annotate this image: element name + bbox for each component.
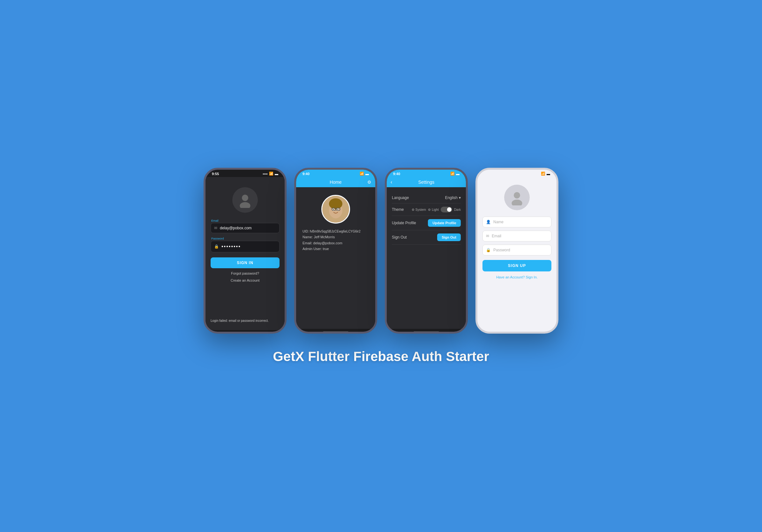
svg-point-8 [337, 209, 338, 210]
name-placeholder: Name [493, 220, 503, 224]
user-info: UID: fvBm9IvSqgSBJzCEwg6eLCYG6ir2 Name: … [302, 229, 369, 252]
signup-button[interactable]: SIGN UP [483, 260, 551, 271]
sign-out-label: Sign Out [392, 235, 407, 239]
settings-title: Settings [418, 179, 435, 185]
language-row: Language English ▾ [392, 192, 461, 204]
user-photo [322, 196, 349, 223]
back-button[interactable]: ‹ [391, 179, 392, 185]
status-bar-2: 9:40 📶 ▬ [296, 170, 375, 177]
time-2: 9:40 [302, 172, 310, 176]
chevron-down-icon: ▾ [459, 195, 461, 200]
dark-mode-toggle[interactable] [441, 207, 452, 212]
error-message: Login failed: email or password incorrec… [211, 319, 279, 322]
name-text: Name: Jeff McMorris [302, 234, 369, 240]
time-3: 9:40 [393, 172, 400, 176]
email-field[interactable]: ✉ delay@pobox.com [211, 223, 279, 233]
user-icon [237, 192, 253, 208]
battery-icon-3: ▬ [456, 172, 460, 176]
wifi-icon-4: 📶 [541, 171, 545, 176]
phone-settings: 9:40 📶 ▬ ‹ Settings Language English ▾ [385, 168, 468, 334]
password-label: Password [211, 237, 279, 240]
password-group: Password 🔒 •••••••• [211, 237, 279, 252]
language-value: English [445, 195, 458, 200]
lock-icon-signup: 🔒 [486, 248, 491, 252]
password-field[interactable]: 🔒 •••••••• [211, 241, 279, 252]
phone-signup: 📶 ▬ 👤 Name ✉ Email [476, 168, 559, 334]
settings-content: Language English ▾ Theme ⚙ System ⚙ Ligh… [387, 187, 466, 329]
password-field-signup[interactable]: 🔒 Password [483, 245, 551, 255]
svg-point-4 [329, 198, 343, 209]
home-bar-4 [504, 333, 530, 334]
phone-login: 9:55 ▪▪▪▪ 📶 ▬ Email ✉ delay@pobo [203, 168, 286, 334]
password-placeholder: Password [493, 248, 510, 252]
theme-system-option[interactable]: ⚙ System [412, 208, 426, 212]
system-label: System [416, 208, 426, 212]
language-selector[interactable]: English ▾ [445, 195, 461, 200]
avatar-dark [232, 187, 258, 213]
light-label: Light [432, 208, 439, 212]
sign-out-row: Sign Out Sign Out [392, 230, 461, 245]
email-icon: ✉ [214, 226, 217, 230]
password-dots: •••••••• [221, 244, 241, 249]
toggle-knob [447, 207, 451, 212]
light-icon: ⚙ [428, 208, 431, 212]
language-label: Language [392, 195, 409, 200]
email-icon-signup: ✉ [486, 234, 489, 238]
page-title: GetX Flutter Firebase Auth Starter [273, 349, 489, 364]
admin-text: Admin User: true [302, 246, 369, 252]
status-bar-3: 9:40 📶 ▬ [387, 170, 466, 177]
update-profile-row: Update Profile Update Profile [392, 216, 461, 230]
wifi-icon: 📶 [269, 171, 273, 176]
svg-point-0 [242, 195, 248, 201]
theme-dark-option[interactable]: Dark [454, 208, 461, 212]
home-title: Home [330, 179, 342, 185]
uid-text: UID: fvBm9IvSqgSBJzCEwg6eLCYG6ir2 [302, 229, 369, 234]
time-1: 9:55 [212, 172, 219, 176]
signin-button[interactable]: SIGN IN [211, 257, 279, 268]
forgot-password-link[interactable]: Forgot password? [231, 271, 259, 275]
lock-icon: 🔒 [214, 244, 219, 249]
name-field[interactable]: 👤 Name [483, 217, 551, 228]
app-bar-home: Home ⚙ [296, 177, 375, 187]
theme-light-option[interactable]: ⚙ Light [428, 208, 439, 212]
status-icons-4: 📶 ▬ [541, 171, 550, 176]
settings-gear-icon[interactable]: ⚙ [367, 179, 371, 185]
wifi-icon-2: 📶 [360, 171, 364, 176]
home-bar-1 [232, 333, 258, 334]
create-account-link[interactable]: Create an Account [231, 279, 260, 282]
login-content: Email ✉ delay@pobox.com Password 🔒 •••••… [205, 177, 285, 330]
status-bar-1: 9:55 ▪▪▪▪ 📶 ▬ [205, 170, 285, 177]
app-bar-settings: ‹ Settings [387, 177, 466, 187]
home-bar-2 [323, 331, 348, 333]
signin-link[interactable]: Have an Account? Sign In. [496, 275, 538, 279]
svg-point-15 [511, 200, 522, 205]
theme-selector: ⚙ System ⚙ Light Dark [412, 207, 461, 212]
person-icon: 👤 [486, 220, 491, 224]
battery-icon-2: ▬ [365, 172, 369, 176]
home-bar-3 [414, 331, 439, 333]
status-icons-1: ▪▪▪▪ 📶 ▬ [263, 171, 278, 176]
status-icons-3: 📶 ▬ [450, 171, 460, 176]
user-icon-light [509, 189, 525, 205]
phone-home: 9:40 📶 ▬ Home ⚙ [294, 168, 377, 334]
signal-icon: ▪▪▪▪ [263, 172, 268, 176]
sign-out-button[interactable]: Sign Out [437, 233, 461, 241]
email-label: Email [211, 219, 279, 222]
face-svg [322, 195, 349, 223]
update-profile-label: Update Profile [392, 221, 416, 225]
email-placeholder: Email [492, 234, 501, 238]
status-icons-2: 📶 ▬ [360, 171, 369, 176]
svg-point-7 [333, 209, 334, 210]
update-profile-button[interactable]: Update Profile [428, 219, 461, 227]
svg-point-14 [514, 192, 520, 198]
user-avatar [321, 195, 350, 224]
phones-container: 9:55 ▪▪▪▪ 📶 ▬ Email ✉ delay@pobo [203, 168, 559, 334]
signup-content: 👤 Name ✉ Email 🔒 Password SIGN UP Have a… [477, 177, 557, 330]
email-text: Email: delay@pobox.com [302, 240, 369, 246]
email-value: delay@pobox.com [220, 226, 252, 230]
dark-label: Dark [454, 208, 461, 212]
email-field-signup[interactable]: ✉ Email [483, 231, 551, 241]
wifi-icon-3: 📶 [450, 171, 455, 176]
status-bar-4: 📶 ▬ [477, 170, 557, 177]
avatar-light [504, 185, 530, 210]
